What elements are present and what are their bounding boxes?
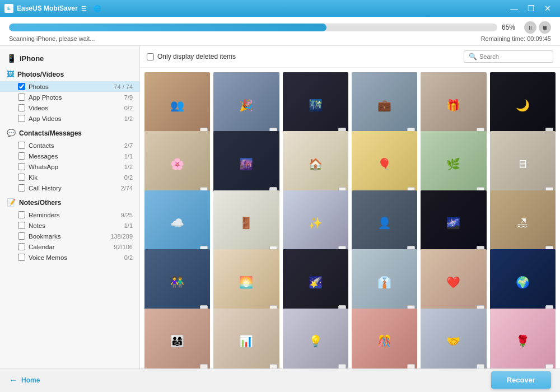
reminders-count: 9/25 (121, 212, 133, 218)
photo-thumbnail[interactable]: 🎊 (352, 309, 417, 368)
photo-thumbnail[interactable]: 🌠 (283, 249, 348, 315)
voice-memos-checkbox[interactable] (18, 254, 25, 261)
call-history-count: 2/74 (121, 185, 133, 192)
photo-thumbnail[interactable]: 🎁 (421, 72, 486, 138)
notes-checkbox[interactable] (18, 222, 25, 229)
sidebar-item-videos[interactable]: Videos 0/2 (0, 102, 139, 113)
videos-checkbox[interactable] (18, 104, 25, 111)
app-photos-checkbox[interactable] (18, 94, 25, 101)
messages-checkbox[interactable] (18, 152, 25, 160)
photo-thumbnail[interactable]: 🌙 (490, 72, 556, 138)
photo-thumbnail[interactable]: 🎈 (352, 131, 417, 197)
photo-checkbox[interactable] (338, 364, 346, 368)
sidebar-item-app-photos[interactable]: App Photos 7/9 (0, 92, 139, 102)
sidebar-item-call-history[interactable]: Call History 2/74 (0, 183, 139, 193)
photo-thumbnail[interactable]: 💼 (352, 72, 417, 138)
scanning-text: Scanning iPhone, please wait... (9, 35, 95, 42)
photo-checkbox[interactable] (269, 364, 277, 368)
photo-image: 💡 (283, 309, 348, 368)
sidebar-item-messages[interactable]: Messages 1/1 (0, 151, 139, 161)
sidebar-item-photos[interactable]: Photos 74 / 74 (0, 81, 139, 92)
remaining-text: Remaining time: 00:09:45 (481, 35, 551, 42)
deleted-filter-checkbox[interactable] (147, 53, 154, 60)
stop-button[interactable]: ⏹ (539, 21, 551, 34)
menu-icon[interactable]: ☰ (81, 5, 87, 12)
sidebar-item-contacts[interactable]: Contacts 2/7 (0, 140, 139, 151)
photo-thumbnail[interactable]: 🌸 (144, 131, 210, 197)
photo-thumbnail[interactable]: 🎉 (213, 72, 279, 138)
photo-checkbox[interactable] (200, 364, 208, 368)
phone-icon: 📱 (7, 54, 16, 63)
photo-thumbnail[interactable]: 🖥 (490, 131, 556, 197)
photo-image: 🎊 (352, 309, 417, 368)
calendar-checkbox[interactable] (18, 243, 25, 250)
sidebar-item-notes[interactable]: Notes 1/1 (0, 220, 139, 231)
app-icon: E (4, 4, 13, 13)
progress-track (9, 24, 497, 31)
home-button[interactable]: ← Home (9, 375, 40, 385)
photo-thumbnail[interactable]: 👨‍👩‍👧 (144, 309, 210, 368)
home-arrow-icon: ← (9, 375, 18, 385)
photo-thumbnail[interactable]: ✨ (283, 190, 348, 256)
app-videos-checkbox[interactable] (18, 115, 25, 122)
section-notes-header[interactable]: 📝 Notes/Others (0, 195, 139, 209)
photo-thumbnail[interactable]: 👫 (144, 249, 210, 315)
call-history-checkbox[interactable] (18, 184, 25, 192)
bookmarks-checkbox[interactable] (18, 232, 25, 240)
sidebar-item-reminders[interactable]: Reminders 9/25 (0, 209, 139, 220)
photo-checkbox[interactable] (477, 364, 484, 368)
sidebar-item-kik[interactable]: Kik 0/2 (0, 172, 139, 183)
globe-icon[interactable]: 🌐 (94, 5, 101, 12)
section-contacts-messages: 💬 Contacts/Messages Contacts 2/7 Message… (0, 126, 139, 193)
photo-thumbnail[interactable]: 🌌 (421, 190, 486, 256)
photo-thumbnail[interactable]: 🏖 (490, 190, 556, 256)
photo-thumbnail[interactable]: 👤 (352, 190, 417, 256)
photo-thumbnail[interactable]: ☁️ (144, 190, 210, 256)
photo-thumbnail[interactable]: 👔 (352, 249, 417, 315)
photo-thumbnail[interactable]: ❤️ (421, 249, 486, 315)
search-input[interactable] (479, 53, 547, 60)
photo-thumbnail[interactable]: 🌆 (213, 131, 279, 197)
videos-count: 0/2 (124, 105, 133, 111)
close-button[interactable]: ✕ (540, 2, 556, 15)
voice-memos-count: 0/2 (124, 254, 133, 261)
sidebar-item-voice-memos[interactable]: Voice Memos 0/2 (0, 252, 139, 263)
whatsapp-checkbox[interactable] (18, 163, 25, 170)
notes-section-icon: 📝 (7, 198, 16, 207)
section-contacts-header[interactable]: 💬 Contacts/Messages (0, 126, 139, 140)
contacts-section-icon: 💬 (7, 129, 16, 137)
window-controls: — ❐ ✕ (506, 2, 556, 15)
photo-checkbox[interactable] (407, 364, 415, 368)
search-icon: 🔍 (469, 53, 477, 60)
sidebar-item-calendar[interactable]: Calendar 92/106 (0, 241, 139, 252)
photo-thumbnail[interactable]: 👥 (144, 72, 210, 138)
notes-count: 1/1 (124, 222, 133, 229)
pause-button[interactable]: ⏸ (524, 21, 536, 34)
contacts-checkbox[interactable] (18, 142, 25, 149)
app-photos-count: 7/9 (124, 94, 133, 101)
photo-thumbnail[interactable]: 📊 (213, 309, 279, 368)
sidebar-item-app-videos[interactable]: App Videos 1/2 (0, 113, 139, 124)
title-bar: E EaseUS MobiSaver ☰ 🌐 — ❐ ✕ (0, 0, 560, 17)
sidebar-item-bookmarks[interactable]: Bookmarks 138/289 (0, 231, 139, 241)
photo-checkbox[interactable] (545, 364, 553, 368)
photo-thumbnail[interactable]: 🌅 (213, 249, 279, 315)
photo-thumbnail[interactable]: 🌿 (421, 131, 486, 197)
progress-bar-container: 65% ⏸ ⏹ (9, 21, 551, 34)
photo-thumbnail[interactable]: 🌃 (283, 72, 348, 138)
sidebar-item-whatsapp[interactable]: WhatsApp 1/2 (0, 161, 139, 172)
photo-thumbnail[interactable]: 💡 (283, 309, 348, 368)
minimize-button[interactable]: — (506, 2, 522, 15)
recover-button[interactable]: Recover (491, 371, 551, 389)
section-photos-header[interactable]: 🖼 Photos/Videos (0, 67, 139, 81)
reminders-checkbox[interactable] (18, 211, 25, 218)
photos-checkbox[interactable] (18, 83, 25, 90)
photo-thumbnail[interactable]: 🏠 (283, 131, 348, 197)
maximize-button[interactable]: ❐ (523, 2, 539, 15)
kik-checkbox[interactable] (18, 174, 25, 181)
photo-thumbnail[interactable]: 🌍 (490, 249, 556, 315)
photo-thumbnail[interactable]: 🤝 (421, 309, 486, 368)
calendar-count: 92/106 (114, 244, 133, 250)
photo-thumbnail[interactable]: 🚪 (213, 190, 279, 256)
photo-thumbnail[interactable]: 🌹 (490, 309, 556, 368)
